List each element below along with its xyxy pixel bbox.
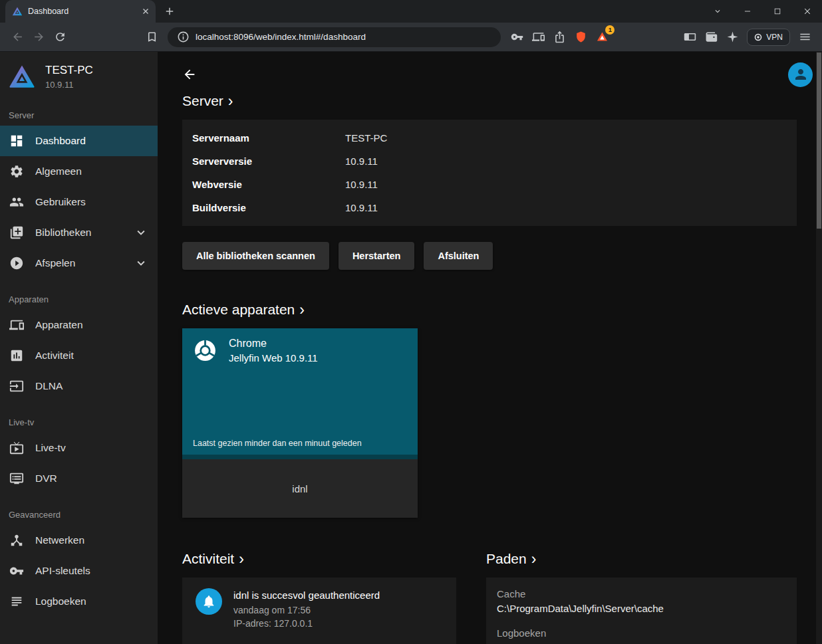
live-tv-icon	[9, 441, 24, 455]
paths-section-heading[interactable]: Paden ›	[486, 551, 797, 567]
devices-icon	[9, 318, 24, 332]
rewards-badge: 1	[605, 25, 615, 35]
tab-close-icon[interactable]	[141, 7, 150, 16]
sidebar-item-label: API-sleutels	[35, 565, 90, 577]
sidebar-item-label: Apparaten	[35, 319, 83, 331]
dlna-icon	[9, 379, 24, 393]
dashboard-icon	[9, 134, 24, 148]
session-card-top: Chrome Jellyfin Web 10.9.11 Laatst gezie…	[182, 328, 418, 455]
reload-icon[interactable]	[49, 27, 70, 48]
heading-text: Paden	[486, 551, 527, 567]
scan-libraries-button[interactable]: Alle bibliotheken scannen	[182, 242, 329, 270]
sidebar-item-dlna[interactable]: DLNA	[0, 371, 158, 401]
session-progress-strip	[182, 455, 418, 459]
activity-entry-title: idnl is succesvol geauthenticeerd	[233, 590, 380, 601]
back-arrow-icon[interactable]	[182, 67, 197, 82]
chrome-icon	[193, 338, 217, 363]
forward-icon[interactable]	[28, 27, 49, 48]
leo-ai-icon[interactable]	[722, 27, 743, 48]
wallet-icon[interactable]	[700, 27, 722, 48]
activity-icon	[9, 348, 24, 363]
dashboard-page: Server › Servernaam TEST-PC Serverversie…	[158, 52, 822, 644]
network-icon	[9, 533, 24, 548]
sidebar-item-gebruikers[interactable]: Gebruikers	[0, 187, 158, 217]
server-info-card: Servernaam TEST-PC Serverversie 10.9.11 …	[182, 120, 797, 226]
bookmark-icon[interactable]	[141, 27, 162, 48]
chevron-right-icon: ›	[531, 552, 537, 566]
share-icon[interactable]	[549, 27, 570, 48]
tab-search-chevron-icon[interactable]	[702, 0, 732, 23]
sidebar-item-label: Dashboard	[35, 135, 86, 147]
url-text: localhost:8096/web/index.html#/dashboard	[196, 32, 366, 42]
sidebar-item-label: Activiteit	[35, 350, 74, 362]
sidebar-item-label: Live-tv	[35, 442, 66, 454]
page-scrollbar[interactable]	[816, 52, 822, 644]
sidebar-item-api-sleutels[interactable]: API-sleutels	[0, 556, 158, 586]
sidebar-item-apparaten[interactable]: Apparaten	[0, 310, 158, 340]
devices-section-heading[interactable]: Actieve apparaten ›	[182, 302, 797, 318]
shutdown-button[interactable]: Afsluiten	[424, 242, 493, 270]
sidebar-item-label: Netwerken	[35, 534, 84, 546]
jellyfin-logo-icon	[8, 62, 36, 90]
info-value: 10.9.11	[345, 156, 378, 167]
browser-tab[interactable]: Dashboard	[5, 0, 156, 23]
server-name: TEST-PC	[45, 64, 93, 77]
users-icon	[9, 195, 24, 209]
close-button[interactable]	[792, 0, 822, 23]
sidebar-item-afspelen[interactable]: Afspelen	[0, 248, 158, 278]
maximize-button[interactable]	[762, 0, 792, 23]
activity-entry-ip: IP-adres: 127.0.0.1	[233, 618, 380, 629]
chevron-down-icon[interactable]	[134, 256, 148, 270]
sidebar-item-label: Afspelen	[35, 257, 75, 269]
minimize-button[interactable]	[732, 0, 762, 23]
sidebar-item-logboeken[interactable]: Logboeken	[0, 586, 158, 617]
sidebar-item-label: DVR	[35, 473, 57, 484]
server-actions: Alle bibliotheken scannen Herstarten Afs…	[182, 242, 797, 270]
sidebar-item-label: Gebruikers	[35, 196, 86, 208]
activity-section-heading[interactable]: Activiteit ›	[182, 551, 456, 567]
sidebar-item-activiteit[interactable]: Activiteit	[0, 340, 158, 371]
active-session-card[interactable]: Chrome Jellyfin Web 10.9.11 Laatst gezie…	[182, 328, 418, 518]
sidebar-item-dvr[interactable]: DVR	[0, 463, 158, 494]
library-icon	[9, 225, 24, 240]
bottom-sections: Activiteit › idnl is succesvol geauthent…	[182, 547, 797, 644]
send-to-devices-icon[interactable]	[527, 27, 549, 48]
user-avatar[interactable]	[788, 62, 813, 87]
address-bar[interactable]: localhost:8096/web/index.html#/dashboard	[168, 27, 501, 47]
vpn-button[interactable]: VPN	[747, 29, 790, 46]
sidebar-item-label: DLNA	[35, 380, 63, 392]
info-row: Servernaam TEST-PC	[192, 126, 787, 150]
chevron-down-icon[interactable]	[134, 225, 148, 240]
sidebar-item-dashboard[interactable]: Dashboard	[0, 126, 158, 156]
brave-rewards-icon[interactable]: 1	[591, 27, 613, 48]
session-user: idnl	[182, 459, 418, 518]
chevron-right-icon: ›	[239, 552, 244, 566]
session-last-seen: Laatst gezien minder dan een minuut gele…	[193, 439, 407, 448]
menu-icon[interactable]	[794, 27, 815, 48]
site-info-icon[interactable]	[174, 29, 192, 46]
section-label-server: Server	[0, 110, 158, 120]
sidebar-item-netwerken[interactable]: Netwerken	[0, 525, 158, 556]
paths-column: Paden › Cache C:\ProgramData\Jellyfin\Se…	[486, 547, 797, 644]
section-label-apparaten: Apparaten	[0, 294, 158, 304]
key-icon[interactable]	[506, 27, 527, 48]
back-icon[interactable]	[7, 27, 28, 48]
scrollbar-thumb[interactable]	[817, 53, 821, 229]
sidebar-item-label: Algemeen	[35, 165, 82, 177]
restart-button[interactable]: Herstarten	[339, 242, 415, 270]
vpn-label: VPN	[766, 33, 783, 42]
sidebar-item-bibliotheken[interactable]: Bibliotheken	[0, 217, 158, 248]
sidebar-toggle-icon[interactable]	[679, 27, 700, 48]
tab-title: Dashboard	[28, 7, 136, 16]
server-section-heading[interactable]: Server ›	[182, 93, 797, 109]
activity-column: Activiteit › idnl is succesvol geauthent…	[182, 547, 456, 644]
path-label: Cache	[497, 588, 786, 599]
new-tab-button[interactable]	[160, 1, 180, 21]
sidebar-item-algemeen[interactable]: Algemeen	[0, 156, 158, 187]
browser-tabstrip: Dashboard	[0, 0, 822, 23]
sidebar-item-livetv[interactable]: Live-tv	[0, 433, 158, 463]
brave-shield-icon[interactable]	[570, 27, 591, 48]
server-header: TEST-PC 10.9.11	[0, 52, 158, 94]
sidebar: TEST-PC 10.9.11 Server Dashboard Algemee…	[0, 52, 158, 644]
session-device: Chrome Jellyfin Web 10.9.11	[193, 338, 407, 364]
